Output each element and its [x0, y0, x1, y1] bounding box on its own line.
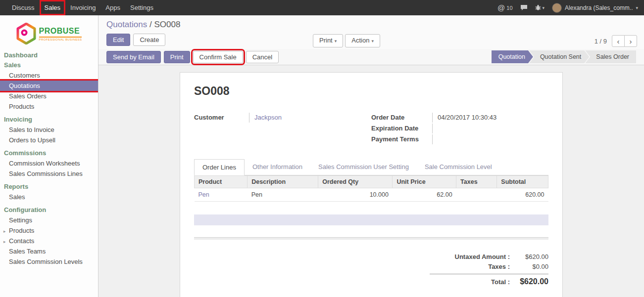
taxes-label: Taxes : — [430, 262, 510, 272]
chevron-down-icon: ▾ — [335, 39, 337, 43]
payment-terms-field-value — [433, 134, 438, 144]
debug-menu[interactable]: ▾ — [535, 4, 545, 11]
order-line-row[interactable]: Pen Pen 10.000 62.00 620.00 — [195, 188, 548, 202]
order-date-field-value: 04/20/2017 10:30:43 — [433, 113, 496, 123]
cell-subtotal: 620.00 — [497, 188, 548, 202]
sidebar-heading-commissions[interactable]: Commissions — [0, 148, 98, 158]
pager-next-button[interactable]: › — [624, 35, 637, 47]
customer-field-value[interactable]: Jackpson — [249, 113, 282, 123]
probuse-hexagon-icon — [16, 23, 36, 44]
sidebar-heading-dashboard[interactable]: Dashboard — [0, 50, 98, 60]
record-title: SO008 — [194, 85, 548, 98]
sidebar-item-products[interactable]: Products — [0, 101, 98, 112]
column-header-unit-price[interactable]: Unit Price — [393, 176, 456, 188]
probuse-logo[interactable]: PROBUSE PROFESSIONAL BUSINESS — [0, 15, 98, 50]
expand-caret-icon: ▸ — [3, 228, 6, 235]
breadcrumb-quotations-link[interactable]: Quotations — [106, 20, 147, 29]
send-by-email-button[interactable]: Send by Email — [106, 51, 161, 63]
pager-previous-button[interactable]: ‹ — [612, 35, 625, 47]
order-lines-empty-row — [194, 214, 548, 225]
statusbar-toolbar: Send by Email Print Confirm Sale Cancel … — [99, 49, 644, 65]
totals-block: Untaxed Amount : $620.00 Taxes : $0.00 T… — [430, 252, 548, 287]
sidebar-item-config-contacts[interactable]: ▸ Contacts — [0, 236, 98, 246]
chevron-down-icon: ▾ — [371, 39, 374, 43]
column-header-taxes[interactable]: Taxes — [456, 176, 497, 188]
sidebar-item-sales-to-invoice[interactable]: Sales to Invoice — [0, 125, 98, 135]
sidebar-heading-invoicing[interactable]: Invoicing — [0, 115, 98, 125]
column-header-product[interactable]: Product — [195, 176, 248, 188]
sidebar: PROBUSE PROFESSIONAL BUSINESS Dashboard … — [0, 15, 99, 297]
create-button[interactable]: Create — [133, 34, 165, 46]
notebook: Order Lines Other Information Sales Comm… — [194, 159, 548, 287]
activity-menu[interactable]: @ 10 — [497, 3, 512, 12]
bug-icon — [535, 4, 541, 11]
top-menu-invoicing[interactable]: Invoicing — [65, 0, 100, 15]
top-menu-discuss[interactable]: Discuss — [7, 0, 40, 15]
totals-separator — [194, 237, 548, 239]
sidebar-item-sales-teams[interactable]: Sales Teams — [0, 246, 98, 256]
top-navbar: Discuss Sales Invoicing Apps Settings @ … — [0, 0, 644, 15]
tab-other-information[interactable]: Other Information — [245, 159, 310, 175]
statusbar: Quotation Quotation Sent Sales Order — [492, 50, 636, 63]
sidebar-item-settings[interactable]: Settings — [0, 215, 98, 225]
cell-description: Pen — [248, 188, 318, 202]
total-label: Total : — [430, 277, 510, 287]
action-dropdown[interactable]: Action▾ — [345, 34, 380, 47]
sidebar-heading-sales[interactable]: Sales — [0, 60, 98, 70]
expiration-date-field-value — [433, 124, 438, 133]
status-step-quotation-sent[interactable]: Quotation Sent — [529, 50, 589, 63]
breadcrumb-separator: / — [149, 20, 152, 29]
top-menu-list: Discuss Sales Invoicing Apps Settings — [0, 0, 158, 15]
top-menu-settings[interactable]: Settings — [125, 0, 158, 15]
topbar-right-cluster: @ 10 ▾ Alexandra (Sales_comm.. ▾ — [497, 3, 644, 13]
cell-taxes — [456, 188, 497, 202]
sidebar-item-quotations[interactable]: Quotations — [0, 81, 98, 91]
breadcrumb: Quotations / SO008 — [99, 15, 644, 31]
user-menu[interactable]: Alexandra (Sales_comm.. ▾ — [552, 3, 638, 13]
print-dropdown[interactable]: Print▾ — [313, 34, 343, 47]
breadcrumb-current: SO008 — [154, 20, 180, 29]
cell-product[interactable]: Pen — [195, 188, 248, 202]
tab-sale-commission-level[interactable]: Sale Commission Level — [417, 159, 500, 175]
order-date-field-label: Order Date — [371, 113, 433, 123]
notebook-tabs: Order Lines Other Information Sales Comm… — [194, 159, 548, 175]
sidebar-item-commission-worksheets[interactable]: Commission Worksheets — [0, 158, 98, 169]
confirm-sale-button[interactable]: Confirm Sale — [193, 51, 243, 63]
chat-bubble-icon — [520, 4, 528, 11]
expiration-date-field-label: Expiration Date — [371, 124, 433, 133]
status-step-quotation[interactable]: Quotation — [492, 50, 533, 63]
sidebar-item-sales-report[interactable]: Sales — [0, 192, 98, 202]
column-header-subtotal[interactable]: Subtotal — [497, 176, 548, 188]
payment-terms-field-label: Payment Terms — [371, 134, 433, 144]
sidebar-item-sales-commission-levels[interactable]: Sales Commission Levels — [0, 256, 98, 267]
tab-sales-commission-user-setting[interactable]: Sales Commission User Setting — [310, 159, 417, 175]
column-header-description[interactable]: Description — [248, 176, 318, 188]
status-step-sales-order[interactable]: Sales Order — [585, 50, 636, 63]
activity-count-badge: 10 — [506, 5, 512, 11]
tab-order-lines[interactable]: Order Lines — [194, 159, 245, 175]
sidebar-heading-configuration[interactable]: Configuration — [0, 205, 98, 215]
sidebar-heading-reports[interactable]: Reports — [0, 182, 98, 192]
chevron-down-icon: ▾ — [543, 5, 545, 10]
user-name: Alexandra (Sales_comm.. — [565, 4, 633, 11]
cancel-button[interactable]: Cancel — [246, 51, 279, 63]
print-button[interactable]: Print — [164, 51, 190, 63]
order-lines-table: Product Description Ordered Qty Unit Pri… — [194, 175, 548, 202]
sidebar-item-customers[interactable]: Customers — [0, 70, 98, 81]
sidebar-item-label: Contacts — [9, 237, 34, 245]
sidebar-dropdowns: Print▾ Action▾ — [313, 34, 380, 47]
column-header-ordered-qty[interactable]: Ordered Qty — [318, 176, 393, 188]
sidebar-item-sales-orders[interactable]: Sales Orders — [0, 91, 98, 101]
chevron-down-icon: ▾ — [636, 5, 638, 10]
top-menu-sales[interactable]: Sales — [40, 0, 66, 15]
sidebar-menu: Dashboard Sales Customers Quotations Sal… — [0, 50, 98, 267]
sidebar-item-orders-to-upsell[interactable]: Orders to Upsell — [0, 135, 98, 145]
activity-at-icon: @ — [497, 3, 505, 12]
messages-menu[interactable] — [520, 4, 528, 11]
sidebar-item-config-products[interactable]: ▸ Products — [0, 225, 98, 236]
pager: 1 / 9 ‹ › — [594, 35, 637, 47]
expand-caret-icon: ▸ — [3, 238, 6, 246]
edit-button[interactable]: Edit — [106, 34, 130, 46]
top-menu-apps[interactable]: Apps — [100, 0, 125, 15]
sidebar-item-sales-commissions-lines[interactable]: Sales Commissions Lines — [0, 169, 98, 179]
